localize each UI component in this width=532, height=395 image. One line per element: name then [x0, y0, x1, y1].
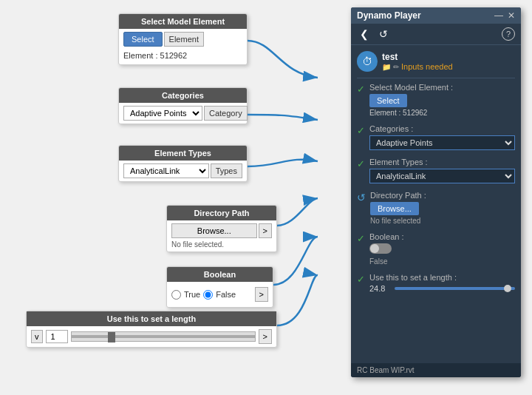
dynamo-select-model-check: ✓ [357, 84, 365, 95]
dynamo-length-label: Use this to set a length : [369, 273, 515, 282]
element-types-select[interactable]: AnalyticalLink [123, 163, 209, 178]
dynamo-title: Dynamo Player [357, 10, 421, 21]
dynamo-script-icons-row: 📁 ✏ Inputs needed [382, 62, 453, 71]
dynamo-bool-value-label: False [369, 257, 515, 266]
boolean-false-radio[interactable] [203, 290, 213, 300]
dynamo-categories-content: Categories : Adaptive Points [369, 124, 515, 150]
dynamo-element-types-content: Element Types : AnalyticalLink [369, 158, 515, 183]
length-slider-track [72, 335, 255, 338]
length-node: Use this to set a length v > [26, 311, 277, 348]
element-types-label: Types [211, 163, 242, 178]
directory-arrow-btn[interactable]: > [259, 223, 272, 238]
dynamo-categories-check: ✓ [357, 125, 365, 136]
dynamo-length-slider-thumb [504, 285, 511, 292]
dynamo-toolbar: ❮ ↺ ? [351, 24, 521, 45]
dynamo-element-types-group: ✓ Element Types : AnalyticalLink [357, 158, 515, 183]
dynamo-refresh-btn[interactable]: ↺ [376, 27, 391, 41]
dynamo-categories-group: ✓ Categories : Adaptive Points [357, 124, 515, 150]
length-dropdown-btn[interactable]: v [31, 330, 43, 343]
length-arrow-btn[interactable]: > [259, 329, 272, 344]
dynamo-script-header: ⏱ test 📁 ✏ Inputs needed [357, 51, 515, 72]
boolean-node: Boolean True False > [166, 266, 273, 308]
dynamo-divider [357, 78, 515, 78]
dynamo-script-icon: ⏱ [357, 51, 378, 72]
boolean-true-label: True [184, 290, 200, 299]
dynamo-categories-row: ✓ Categories : Adaptive Points [357, 124, 515, 150]
dynamo-boolean-group: ✓ Boolean : False [357, 232, 515, 266]
dynamo-boolean-content: Boolean : False [369, 232, 515, 266]
categories-node: Categories Adaptive Points Category [118, 87, 248, 124]
dynamo-select-model-row: ✓ Select Model Element : Select Element … [357, 83, 515, 117]
dynamo-categories-label: Categories : [369, 124, 515, 133]
select-model-element-value: Element : 512962 [123, 50, 242, 61]
boolean-header: Boolean [167, 267, 273, 282]
element-types-node: Element Types AnalyticalLink Types [118, 145, 248, 182]
boolean-arrow-btn[interactable]: > [255, 287, 268, 302]
dynamo-edit-icon: ✏ [393, 63, 399, 71]
dynamo-select-model-label: Select Model Element : [369, 83, 515, 92]
dynamo-select-model-val: Element : 512962 [369, 109, 515, 117]
select-model-element-label: Element [164, 32, 204, 47]
dynamo-content: ⏱ test 📁 ✏ Inputs needed ✓ Select Model … [351, 45, 521, 363]
categories-select[interactable]: Adaptive Points [123, 106, 202, 121]
dynamo-help-btn[interactable]: ? [502, 27, 515, 41]
dynamo-categories-select[interactable]: Adaptive Points [369, 135, 515, 150]
dynamo-select-model-content: Select Model Element : Select Element : … [369, 83, 515, 117]
dynamo-footer-text: RC Beam WIP.rvt [357, 366, 415, 374]
boolean-false-label: False [216, 290, 236, 299]
dynamo-footer: RC Beam WIP.rvt [351, 363, 521, 377]
element-types-header: Element Types [119, 146, 247, 161]
dynamo-directory-content: Directory Path : Browse... No file selec… [370, 191, 515, 225]
dynamo-boolean-label: Boolean : [369, 232, 515, 241]
dynamo-select-model-btn[interactable]: Select [369, 94, 407, 107]
directory-header: Directory Path [167, 206, 276, 220]
boolean-true-radio[interactable] [171, 290, 181, 300]
categories-header: Categories [119, 88, 247, 103]
dynamo-length-group: ✓ Use this to set a length : 24.8 [357, 273, 515, 293]
no-file-text: No file selected. [171, 240, 272, 249]
categories-label: Category [204, 106, 248, 121]
dynamo-element-types-check: ✓ [357, 158, 365, 169]
select-model-node: Select Model Element Select Element Elem… [118, 13, 248, 65]
dynamo-titlebar: Dynamo Player — ✕ [351, 7, 521, 24]
dynamo-script-info: test 📁 ✏ Inputs needed [382, 52, 453, 71]
dynamo-length-value: 24.8 [369, 284, 392, 293]
select-model-select-btn[interactable]: Select [123, 32, 163, 47]
directory-node: Directory Path Browse... > No file selec… [166, 205, 277, 252]
dynamo-close-btn[interactable]: ✕ [508, 10, 515, 21]
dynamo-folder-icon: 📁 [382, 63, 391, 71]
dynamo-browse-btn[interactable]: Browse... [370, 202, 419, 215]
dynamo-select-model-group: ✓ Select Model Element : Select Element … [357, 83, 515, 117]
dynamo-boolean-row: ✓ Boolean : False [357, 232, 515, 266]
dynamo-minimize-btn[interactable]: — [494, 10, 503, 21]
dynamo-script-name: test [382, 52, 453, 62]
dynamo-directory-group: ↺ Directory Path : Browse... No file sel… [357, 191, 515, 225]
dynamo-length-slider-row: 24.8 [369, 284, 515, 293]
select-model-header: Select Model Element [119, 14, 247, 29]
dynamo-no-file: No file selected [370, 217, 515, 225]
dynamo-bool-thumb [370, 244, 379, 253]
dynamo-inputs-needed: Inputs needed [401, 62, 453, 71]
dynamo-length-row: ✓ Use this to set a length : 24.8 [357, 273, 515, 293]
dynamo-directory-row: ↺ Directory Path : Browse... No file sel… [357, 191, 515, 225]
length-value-input[interactable] [46, 330, 68, 343]
browse-button[interactable]: Browse... [171, 223, 257, 238]
length-slider-thumb [108, 332, 115, 342]
dynamo-element-types-select[interactable]: AnalyticalLink [369, 169, 515, 183]
dynamo-length-check: ✓ [357, 274, 365, 285]
dynamo-directory-label: Directory Path : [370, 191, 515, 200]
dynamo-panel: Dynamo Player — ✕ ❮ ↺ ? ⏱ test 📁 ✏ Input… [351, 7, 521, 377]
dynamo-back-btn[interactable]: ❮ [357, 27, 372, 41]
dynamo-length-content: Use this to set a length : 24.8 [369, 273, 515, 293]
dynamo-directory-refresh-icon: ↺ [357, 192, 366, 203]
dynamo-element-types-row: ✓ Element Types : AnalyticalLink [357, 158, 515, 183]
dynamo-win-controls: — ✕ [494, 10, 515, 21]
dynamo-bool-toggle[interactable] [369, 243, 392, 254]
length-slider[interactable] [71, 331, 256, 342]
dynamo-element-types-label: Element Types : [369, 158, 515, 166]
length-header: Use this to set a length [27, 311, 276, 326]
dynamo-length-slider[interactable] [395, 287, 515, 290]
dynamo-boolean-check: ✓ [357, 233, 365, 244]
